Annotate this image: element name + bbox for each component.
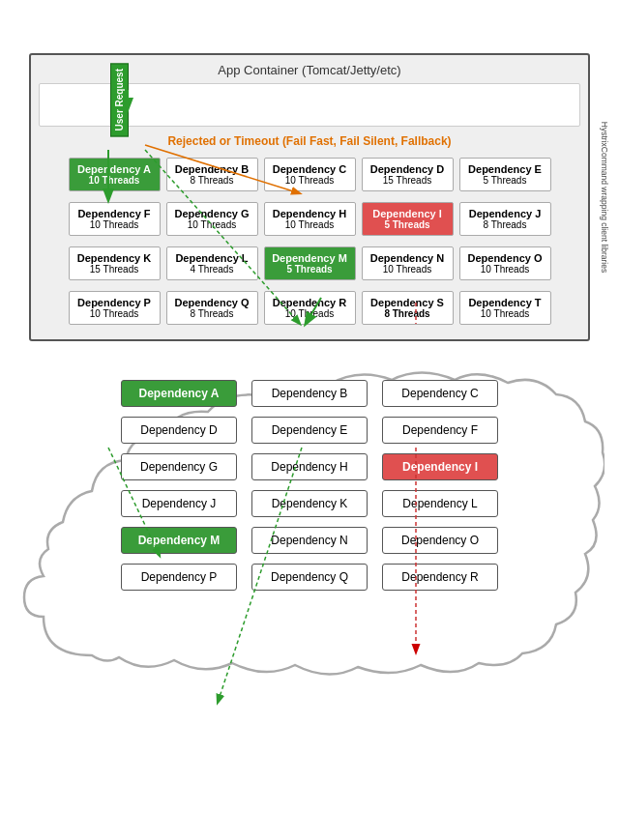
cloud-dep-o: Dependency O bbox=[382, 527, 498, 554]
cloud-row-3: Dependency G Dependency H Dependency I bbox=[121, 453, 498, 480]
user-request-container: User Request bbox=[110, 63, 129, 136]
cloud-dep-l: Dependency L bbox=[382, 490, 498, 517]
cloud-content: Dependency A Dependency B Dependency C D… bbox=[15, 356, 604, 620]
cloud-dep-e: Dependency E bbox=[251, 417, 368, 444]
user-request-label: User Request bbox=[110, 63, 129, 136]
dep-n-box: Dependency N 10 Threads bbox=[362, 246, 454, 280]
cloud-dep-m: Dependency M bbox=[121, 527, 237, 554]
dep-i-box: Dependency I 5 Threads bbox=[362, 202, 454, 236]
cloud-dep-g: Dependency G bbox=[121, 453, 237, 480]
cloud-dep-q: Dependency Q bbox=[251, 564, 368, 591]
dep-s-box: Dependency S 8 Threads bbox=[362, 291, 454, 325]
dep-d-box: Dependency D 15 Threads bbox=[362, 158, 454, 191]
cloud-row-2: Dependency D Dependency E Dependency F bbox=[121, 417, 498, 444]
cloud-dep-n: Dependency N bbox=[251, 527, 368, 554]
dep-a-box: Dependency A 10 Threads bbox=[69, 158, 161, 191]
cloud-dep-f: Dependency F bbox=[382, 417, 498, 444]
cloud-dep-i: Dependency I bbox=[382, 453, 498, 480]
cloud-dep-r: Dependency R bbox=[382, 564, 498, 591]
cloud-dep-j: Dependency J bbox=[121, 490, 237, 517]
cloud-dep-d: Dependency D bbox=[121, 417, 237, 444]
hystrix-label: HystrixCommand wrapping client libraries bbox=[600, 122, 609, 273]
dep-k-box: Dependency K 15 Threads bbox=[69, 246, 161, 280]
dep-t-box: Dependency T 10 Threads bbox=[459, 291, 551, 325]
cloud-rows: Dependency A Dependency B Dependency C D… bbox=[44, 380, 575, 591]
cloud-row-1: Dependency A Dependency B Dependency C bbox=[121, 380, 498, 407]
dep-j-box: Dependency J 8 Threads bbox=[459, 202, 551, 236]
dep-m-box: Dependency M 5 Threads bbox=[264, 246, 356, 280]
dep-l-box: Dependency L 4 Threads bbox=[166, 246, 258, 280]
cloud-dep-a: Dependency A bbox=[121, 380, 237, 407]
dep-row-3: Dependency K 15 Threads Dependency L 4 T… bbox=[39, 243, 580, 284]
dep-c-box: Dependency C 10 Threads bbox=[264, 158, 356, 191]
cloud-dep-c: Dependency C bbox=[382, 380, 498, 407]
cloud-row-4: Dependency J Dependency K Dependency L bbox=[121, 490, 498, 517]
cloud-area: Dependency A Dependency B Dependency C D… bbox=[15, 356, 604, 620]
dep-p-box: Dependency P 10 Threads bbox=[69, 291, 161, 325]
page-container: User Request App Container (Tomcat/Jetty… bbox=[0, 53, 619, 620]
dep-h-box: Dependency H 10 Threads bbox=[264, 202, 356, 236]
dep-b-box: Dependency B 8 Threads bbox=[166, 158, 258, 191]
dep-row-1: Dependency A 10 Threads Dependency B 8 T… bbox=[39, 154, 580, 195]
cloud-row-5: Dependency M Dependency N Dependency O bbox=[121, 527, 498, 554]
cloud-row-6: Dependency P Dependency Q Dependency R bbox=[121, 564, 498, 591]
dep-f-box: Dependency F 10 Threads bbox=[69, 202, 161, 236]
cloud-dep-b: Dependency B bbox=[251, 380, 368, 407]
dep-r-box: Dependency R 10 Threads bbox=[264, 291, 356, 325]
dep-e-box: Dependency E 5 Threads bbox=[459, 158, 551, 191]
cloud-dep-h: Dependency H bbox=[251, 453, 368, 480]
dep-q-box: Dependency Q 8 Threads bbox=[166, 291, 258, 325]
cloud-dep-k: Dependency K bbox=[251, 490, 368, 517]
dep-g-box: Dependency G 10 Threads bbox=[166, 202, 258, 236]
dep-o-box: Dependency O 10 Threads bbox=[459, 246, 551, 280]
cloud-dep-p: Dependency P bbox=[121, 564, 237, 591]
dep-row-4: Dependency P 10 Threads Dependency Q 8 T… bbox=[39, 287, 580, 329]
dep-row-2: Dependency F 10 Threads Dependency G 10 … bbox=[39, 198, 580, 240]
